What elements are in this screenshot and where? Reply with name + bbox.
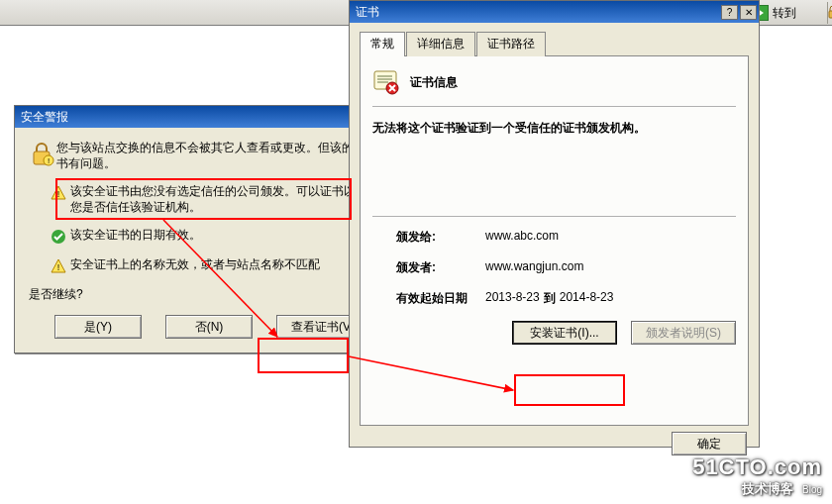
svg-text:!: !: [57, 189, 60, 199]
tab-path-label: 证书路径: [487, 37, 535, 50]
divider-2: [372, 216, 736, 217]
watermark-main: 51CTO.com: [692, 454, 822, 480]
issued-to-label: 颁发给:: [396, 229, 485, 246]
certificate-dialog: 证书 ? ✕ 常规 详细信息 证书路径: [349, 0, 760, 448]
ok-check-icon: [47, 227, 70, 245]
tab-general-label: 常规: [370, 37, 394, 50]
tab-details[interactable]: 详细信息: [406, 32, 475, 56]
valid-from-label: 有效起始日期: [396, 290, 485, 307]
svg-text:!: !: [57, 262, 60, 272]
divider: [372, 106, 736, 107]
install-certificate-button[interactable]: 安装证书(I)...: [512, 321, 617, 345]
issuer-value: www.wangjun.com: [485, 259, 583, 276]
issuer-statement-button: 颁发者说明(S): [631, 321, 736, 345]
certificate-title: 证书: [356, 4, 379, 21]
certificate-titlebar[interactable]: 证书 ? ✕: [350, 1, 759, 23]
warning-triangle-icon-2: !: [47, 256, 70, 274]
issuer-label: 颁发者:: [396, 259, 485, 276]
issuer-statement-button-label: 颁发者说明(S): [646, 325, 721, 342]
alert-continue-text: 是否继续?: [29, 286, 395, 303]
security-alert-title: 安全警报: [21, 109, 68, 126]
tab-details-label: 详细信息: [417, 37, 465, 50]
yes-button[interactable]: 是(Y): [54, 315, 142, 339]
warning-triangle-icon: !: [47, 183, 70, 201]
install-certificate-button-label: 安装证书(I)...: [530, 325, 598, 342]
lock-warning-icon: !: [29, 140, 56, 167]
yes-button-label: 是(Y): [84, 319, 112, 336]
lock-icon: [828, 5, 832, 19]
ok-button-label: 确定: [697, 436, 721, 453]
go-button[interactable]: 转到: [753, 3, 812, 23]
alert-untrusted-text: 该安全证书由您没有选定信任的公司颁发。可以证书以便确定您是否信任该验证机构。: [70, 183, 395, 215]
certificate-warning-text: 无法将这个证书验证到一个受信任的证书颁发机构。: [372, 119, 736, 137]
issued-to-value: www.abc.com: [485, 229, 559, 246]
alert-intro-text: 您与该站点交换的信息不会被其它人查看或更改。但该的安全证书有问题。: [56, 140, 395, 171]
view-certificate-button-label: 查看证书(V): [291, 319, 355, 336]
svg-text:!: !: [48, 156, 50, 165]
certificate-tabs: 常规 详细信息 证书路径: [360, 31, 749, 55]
help-icon: ?: [727, 7, 733, 18]
watermark-sub: 技术博客: [742, 481, 793, 496]
no-button-label: 否(N): [195, 319, 224, 336]
alert-date-valid-text: 该安全证书的日期有效。: [70, 227, 395, 243]
alert-name-mismatch-text: 安全证书上的名称无效，或者与站点名称不匹配: [70, 256, 395, 272]
certificate-info-title: 证书信息: [410, 74, 458, 91]
valid-to-word: 到: [544, 290, 556, 307]
help-button[interactable]: ?: [721, 5, 738, 20]
watermark-blog: Blog: [802, 484, 822, 495]
valid-from-date: 2013-8-23: [485, 290, 540, 307]
certificate-panel: 证书信息 无法将这个证书验证到一个受信任的证书颁发机构。 颁发给: www.ab…: [360, 55, 749, 426]
close-button[interactable]: ✕: [740, 5, 757, 20]
watermark: 51CTO.com 技术博客 Blog: [692, 454, 822, 498]
certificate-icon: [372, 68, 400, 96]
no-button[interactable]: 否(N): [165, 315, 253, 339]
go-label: 转到: [773, 5, 796, 22]
tab-path[interactable]: 证书路径: [476, 32, 546, 56]
tab-general[interactable]: 常规: [360, 32, 405, 56]
valid-to-date: 2014-8-23: [560, 290, 614, 307]
close-icon: ✕: [745, 7, 753, 18]
ok-button[interactable]: 确定: [672, 432, 747, 455]
